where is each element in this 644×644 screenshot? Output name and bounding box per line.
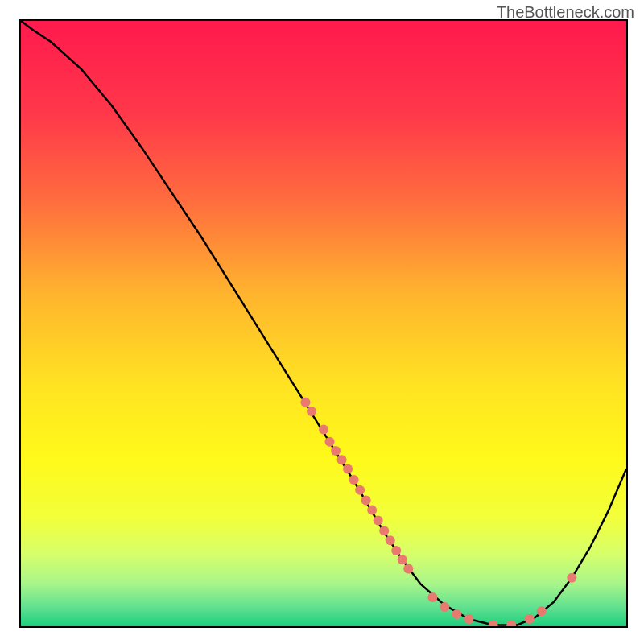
data-point (307, 407, 316, 416)
data-point (464, 614, 473, 624)
data-point (452, 609, 461, 619)
data-point (361, 496, 371, 506)
data-point (427, 592, 437, 602)
chart-container: TheBottleneck.com (0, 0, 644, 644)
chart-svg (21, 21, 626, 626)
plot-area (19, 19, 628, 628)
data-point (379, 526, 389, 535)
data-point (374, 515, 383, 525)
data-point (337, 455, 347, 464)
data-point (349, 475, 359, 485)
data-point (391, 546, 401, 555)
data-point (367, 506, 377, 515)
data-point (386, 535, 395, 545)
data-point (403, 564, 413, 574)
data-point (440, 602, 449, 612)
gradient-background (21, 21, 626, 626)
data-point (525, 614, 535, 624)
data-point (398, 555, 407, 564)
data-point (537, 606, 547, 616)
data-point (343, 464, 353, 473)
data-point (331, 446, 341, 456)
data-point (319, 425, 328, 435)
data-point (355, 485, 365, 495)
data-point (567, 573, 576, 583)
watermark-text: TheBottleneck.com (497, 3, 634, 22)
data-point (325, 437, 335, 447)
data-point (300, 398, 310, 407)
